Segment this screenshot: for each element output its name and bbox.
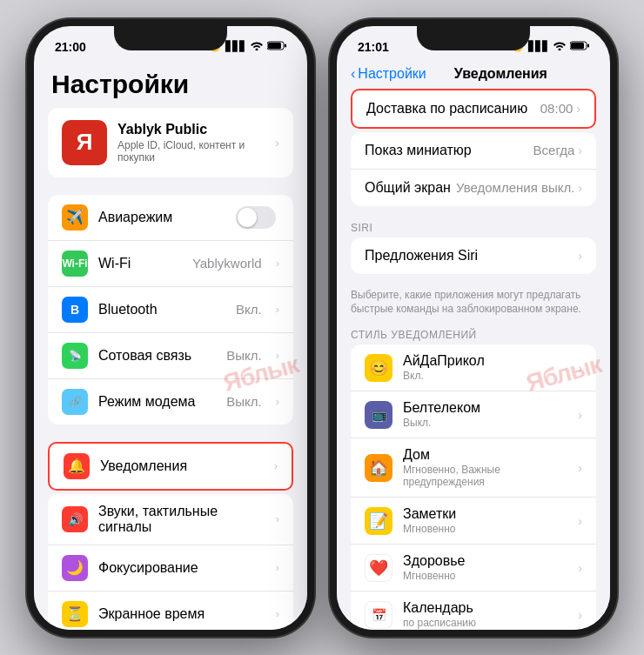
cellular-icon: 📡 xyxy=(62,343,88,369)
thumbnail-chevron: › xyxy=(578,144,582,157)
svg-rect-4 xyxy=(571,43,584,49)
shared-screen-label: Общий экран xyxy=(365,180,456,196)
wifi-chevron: › xyxy=(276,257,279,270)
siri-item[interactable]: Предложения Siri › xyxy=(351,237,596,274)
svg-rect-5 xyxy=(587,44,589,48)
focus-chevron: › xyxy=(276,561,279,574)
list-item[interactable]: 📅 Календарь по расписанию › xyxy=(351,592,596,629)
app-name: Дом xyxy=(403,447,567,463)
shared-screen-value: Уведомления выкл. xyxy=(456,180,574,195)
app-sub: по расписанию xyxy=(403,617,567,629)
airplane-label: Авиарежим xyxy=(98,210,225,225)
bluetooth-label: Bluetooth xyxy=(98,302,225,317)
hotspot-item[interactable]: 🔗 Режим модема Выкл. › xyxy=(48,379,293,424)
app-info: Здоровье Мгновенно xyxy=(403,553,567,582)
bluetooth-icon: B xyxy=(62,297,88,323)
wifi-icon-left xyxy=(251,41,263,52)
display-group: Показ миниатюр Всегда › Общий экран Увед… xyxy=(351,132,596,206)
app-sub: Вкл. xyxy=(403,370,567,382)
connectivity-group: ✈️ Авиарежим Wi-Fi Wi-Fi Yablykworld › B… xyxy=(48,195,293,424)
notifications-icon: 🔔 xyxy=(64,453,90,479)
app-chevron: › xyxy=(578,361,582,375)
list-item[interactable]: 📝 Заметки Мгновенно › xyxy=(351,498,596,545)
app-chevron: › xyxy=(578,561,582,575)
notch-left xyxy=(114,26,227,50)
app-chevron: › xyxy=(578,408,582,422)
wifi-icon-right xyxy=(553,41,566,52)
shared-screen-item[interactable]: Общий экран Уведомления выкл. › xyxy=(351,170,596,206)
wifi-item[interactable]: Wi-Fi Wi-Fi Yablykworld › xyxy=(48,241,293,287)
signal-icon-right: ▋▋▋ xyxy=(528,41,549,52)
account-card[interactable]: Я Yablyk Public Apple ID, iCloud, контен… xyxy=(48,108,293,177)
siri-label: Предложения Siri xyxy=(365,248,578,264)
account-name: Yablyk Public xyxy=(117,122,265,137)
airplane-icon: ✈️ xyxy=(62,204,88,231)
delivery-label: Доставка по расписанию xyxy=(366,101,540,117)
siri-section-header: SIRI xyxy=(337,217,610,237)
phone-left: 21:00 🌙 ▋▋▋ Настройки Я Yablyk Public Ap… xyxy=(27,19,314,637)
screentime-icon: ⏳ xyxy=(62,601,88,627)
airplane-mode-item[interactable]: ✈️ Авиарежим xyxy=(48,195,293,241)
back-chevron-icon: ‹ xyxy=(351,66,355,82)
cellular-chevron: › xyxy=(276,349,279,362)
app-icon-health: ❤️ xyxy=(365,554,392,582)
phone-right: 21:01 🌙 ▋▋▋ ‹ Настройки Уведомления Дост… xyxy=(330,19,617,637)
app-icon-calendar: 📅 xyxy=(365,601,392,629)
screentime-chevron: › xyxy=(276,607,279,620)
list-item[interactable]: ❤️ Здоровье Мгновенно › xyxy=(351,545,596,592)
delivery-item[interactable]: Доставка по расписанию 08:00 › xyxy=(352,90,594,127)
app-info: Дом Мгновенно, Важные предупреждения xyxy=(403,447,567,488)
sounds-item[interactable]: 🔊 Звуки, тактильные сигналы › xyxy=(48,494,293,545)
screentime-label: Экранное время xyxy=(98,606,265,622)
hotspot-value: Выкл. xyxy=(226,394,261,409)
bluetooth-value: Вкл. xyxy=(236,302,262,317)
siri-chevron: › xyxy=(578,249,582,263)
sounds-icon: 🔊 xyxy=(62,506,88,532)
svg-rect-2 xyxy=(285,44,286,48)
wifi-value: Yablykworld xyxy=(192,256,262,271)
shared-screen-chevron: › xyxy=(578,181,582,195)
notifications-label: Уведомления xyxy=(100,458,264,474)
screen-right: ‹ Настройки Уведомления Доставка по расп… xyxy=(337,63,610,630)
app-info: Календарь по расписанию xyxy=(403,600,567,629)
account-sub: Apple ID, iCloud, контент и покупки xyxy=(117,139,265,164)
focus-label: Фокусирование xyxy=(98,560,265,576)
apps-group: 😊 АйДаПрикол Вкл. › 📺 Белтелеком Выкл. ›… xyxy=(351,344,596,629)
app-name: Здоровье xyxy=(403,553,567,569)
app-info: Белтелеком Выкл. xyxy=(403,400,567,429)
notch-right xyxy=(417,26,530,50)
focus-item[interactable]: 🌙 Фокусирование › xyxy=(48,545,293,592)
sounds-chevron: › xyxy=(276,512,279,525)
thumbnail-item[interactable]: Показ миниатюр Всегда › xyxy=(351,132,596,170)
sounds-group: 🔊 Звуки, тактильные сигналы › 🌙 Фокусиро… xyxy=(48,494,293,630)
notifications-item[interactable]: 🔔 Уведомления › xyxy=(50,444,292,489)
list-item[interactable]: 🏠 Дом Мгновенно, Важные предупреждения › xyxy=(351,438,596,498)
svg-rect-1 xyxy=(268,43,281,49)
back-label: Настройки xyxy=(358,66,426,82)
siri-description: Выберите, какие приложения могут предлаг… xyxy=(337,284,610,324)
app-chevron: › xyxy=(578,608,582,622)
app-sub: Выкл. xyxy=(403,417,567,429)
back-button[interactable]: ‹ Настройки xyxy=(351,66,426,82)
app-sub: Мгновенно, Важные предупреждения xyxy=(403,464,567,488)
notifications-highlight[interactable]: 🔔 Уведомления › xyxy=(48,442,293,491)
airplane-toggle[interactable] xyxy=(236,206,276,229)
bluetooth-chevron: › xyxy=(276,303,279,316)
bluetooth-item[interactable]: B Bluetooth Вкл. › xyxy=(48,287,293,333)
app-icon-notes: 📝 xyxy=(365,507,392,535)
app-chevron: › xyxy=(578,461,582,475)
app-info: Заметки Мгновенно xyxy=(403,506,567,535)
sounds-label: Звуки, тактильные сигналы xyxy=(98,504,265,535)
app-icon-dom: 🏠 xyxy=(365,454,392,482)
account-icon: Я xyxy=(62,120,107,165)
app-name: Белтелеком xyxy=(403,400,567,416)
focus-icon: 🌙 xyxy=(62,555,88,581)
cellular-item[interactable]: 📡 Сотовая связь Выкл. › xyxy=(48,333,293,379)
hotspot-chevron: › xyxy=(276,395,279,408)
screen-left: Настройки Я Yablyk Public Apple ID, iClo… xyxy=(34,63,307,630)
list-item[interactable]: 😊 АйДаПрикол Вкл. › xyxy=(351,344,596,391)
list-item[interactable]: 📺 Белтелеком Выкл. › xyxy=(351,391,596,438)
screentime-item[interactable]: ⏳ Экранное время › xyxy=(48,592,293,630)
thumbnail-value: Всегда xyxy=(533,143,575,157)
delivery-highlight[interactable]: Доставка по расписанию 08:00 › xyxy=(351,89,596,129)
